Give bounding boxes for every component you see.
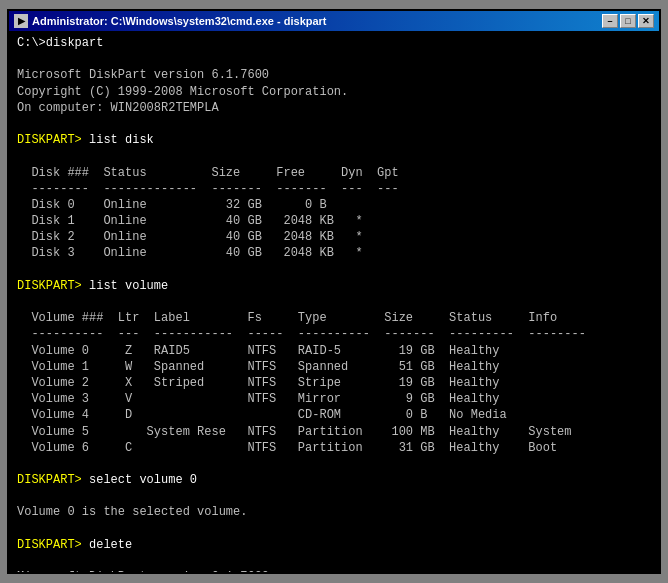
- title-bar: ▶ Administrator: C:\Windows\system32\cmd…: [9, 11, 659, 31]
- title-bar-left: ▶ Administrator: C:\Windows\system32\cmd…: [14, 14, 327, 28]
- cmd-window: ▶ Administrator: C:\Windows\system32\cmd…: [7, 9, 661, 574]
- terminal-content[interactable]: C:\>diskpart Microsoft DiskPart version …: [9, 31, 659, 572]
- close-button[interactable]: ✕: [638, 14, 654, 28]
- minimize-button[interactable]: –: [602, 14, 618, 28]
- title-bar-buttons: – □ ✕: [602, 14, 654, 28]
- window-icon: ▶: [14, 14, 28, 28]
- maximize-button[interactable]: □: [620, 14, 636, 28]
- window-title: Administrator: C:\Windows\system32\cmd.e…: [32, 15, 327, 27]
